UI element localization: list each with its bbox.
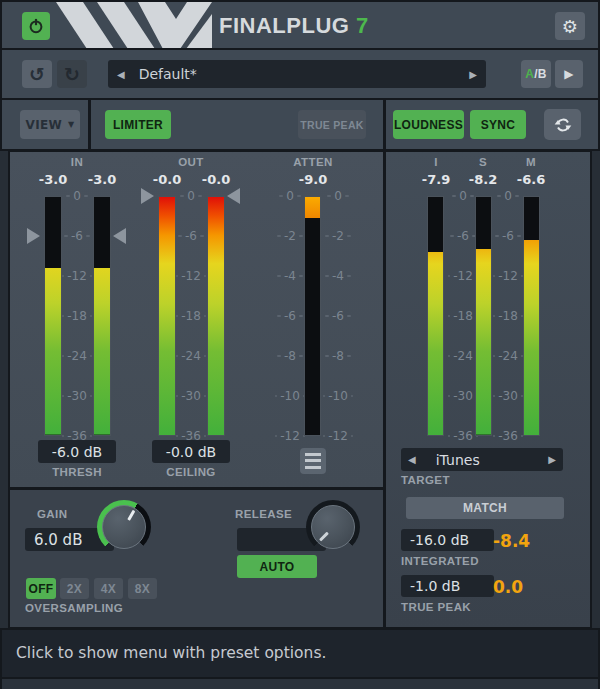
preset-selector[interactable]: ◀ Default* ▶: [108, 60, 486, 88]
redo-button[interactable]: ↻: [57, 60, 87, 88]
integrated-label: INTEGRATED: [401, 555, 479, 567]
out-meter-label: OUT: [161, 156, 221, 168]
bottom-strip: [2, 679, 598, 689]
thresh-value-field[interactable]: -6.0 dB: [38, 440, 116, 463]
sync-arrows-icon: [553, 115, 573, 135]
integrated-readout: -8.4: [493, 531, 530, 551]
oversampling-off-button[interactable]: OFF: [26, 578, 56, 599]
release-auto-toggle[interactable]: AUTO: [237, 555, 317, 578]
in-meter-scale: 0-6-12-18-24-30-36: [62, 189, 92, 443]
atten-menu-button[interactable]: [300, 448, 326, 474]
undo-button[interactable]: ↺: [22, 60, 52, 88]
loudness-label: LOUDNESS: [394, 118, 463, 132]
divider: [383, 100, 386, 149]
preset-next-icon[interactable]: ▶: [469, 69, 477, 80]
gain-label: GAIN: [37, 508, 67, 520]
auto-label: AUTO: [260, 560, 295, 574]
ceiling-value-field[interactable]: -0.0 dB: [152, 440, 230, 463]
true-peak-field-label: TRUE PEAK: [401, 601, 471, 613]
true-peak-label: TRUE PEAK: [300, 119, 363, 131]
true-peak-readout: 0.0: [493, 577, 523, 597]
lufs-i-label: I: [416, 156, 456, 168]
view-label: VIEW: [26, 118, 62, 132]
target-value: iTunes: [436, 452, 480, 468]
power-icon: [26, 16, 46, 36]
divider: [88, 100, 91, 149]
limiter-label: LIMITER: [113, 118, 163, 132]
lufs-s-value: -8.2: [458, 172, 508, 187]
settings-button[interactable]: ⚙: [555, 12, 585, 40]
mode-bar: VIEW ▼ LIMITER TRUE PEAK LOUDNESS SYNC: [2, 100, 598, 149]
out-meter-scale: 0-6-12-18-24-30-36: [176, 189, 206, 443]
redo-icon: ↻: [64, 63, 80, 85]
target-next-icon[interactable]: ▶: [548, 454, 556, 465]
hamburger-icon: [305, 453, 321, 469]
release-knob[interactable]: [306, 500, 360, 554]
thresh-label: THRESH: [37, 466, 117, 478]
status-hint: Click to show menu with preset options.: [16, 630, 326, 677]
undo-icon: ↺: [29, 63, 45, 85]
title-bar: FINALPLUG 7 ⚙: [2, 2, 598, 48]
lufs-i-meter: [427, 196, 444, 436]
out-right-meter: [207, 196, 225, 436]
loudness-toggle[interactable]: LOUDNESS: [393, 110, 464, 139]
oversampling-label: OVERSAMPLING: [25, 602, 123, 614]
target-prev-icon[interactable]: ◀: [408, 454, 416, 465]
brand-logo: [56, 2, 212, 49]
in-right-value: -3.0: [77, 172, 127, 187]
lufs-i-value: -7.9: [411, 172, 461, 187]
status-bar: Click to show menu with preset options.: [2, 630, 598, 677]
sync-toggle[interactable]: SYNC: [470, 110, 526, 139]
plugin-window: FINALPLUG 7 ⚙ ↺ ↻ ◀ Default* ▶ A/B ▶ VIE…: [0, 0, 600, 689]
oversampling-2x-button[interactable]: 2X: [60, 578, 89, 599]
atten-scale-left: 0-2-4-6-8-10-12: [275, 189, 305, 443]
caret-down-icon: ▼: [68, 120, 74, 129]
target-label: TARGET: [401, 474, 450, 486]
true-peak-target-field[interactable]: -1.0 dB: [401, 575, 494, 597]
plugin-title: FINALPLUG 7: [219, 13, 369, 39]
in-left-meter: [44, 196, 62, 436]
ab-compare-button[interactable]: A/B: [521, 60, 551, 88]
match-button[interactable]: MATCH: [406, 497, 564, 519]
preset-bar: ↺ ↻ ◀ Default* ▶ A/B ▶: [2, 50, 598, 98]
out-left-value: -0.0: [142, 172, 192, 187]
out-left-meter: [158, 196, 176, 436]
ab-a-label: A: [525, 67, 534, 81]
lufs-s-label: S: [463, 156, 503, 168]
ceiling-marker-left-icon[interactable]: [141, 188, 154, 204]
ceiling-marker-right-icon[interactable]: [227, 188, 240, 204]
true-peak-toggle[interactable]: TRUE PEAK: [298, 110, 366, 139]
out-right-value: -0.0: [191, 172, 241, 187]
release-label: RELEASE: [235, 508, 292, 520]
ab-b-label: /B: [534, 67, 547, 81]
lufs-s-meter: [475, 196, 492, 436]
atten-value: -9.0: [288, 172, 338, 187]
lufs-m-label: M: [511, 156, 551, 168]
threshold-marker-left-icon[interactable]: [27, 228, 40, 244]
play-icon: ▶: [564, 67, 574, 81]
threshold-marker-right-icon[interactable]: [113, 228, 126, 244]
atten-meter: [304, 196, 321, 436]
power-button[interactable]: [22, 12, 50, 40]
lufs-scale-left: 0-6-12-18-24-30-36: [448, 189, 478, 443]
target-selector[interactable]: ◀ iTunes ▶: [401, 448, 563, 471]
preset-name: Default*: [139, 66, 197, 82]
oversampling-4x-button[interactable]: 4X: [94, 578, 123, 599]
atten-meter-label: ATTEN: [283, 156, 343, 168]
in-left-value: -3.0: [28, 172, 78, 187]
gain-knob[interactable]: [97, 500, 151, 554]
resync-button[interactable]: [544, 109, 581, 140]
plugin-version: 7: [356, 13, 369, 38]
play-preset-button[interactable]: ▶: [555, 60, 583, 88]
atten-scale-right: 0-2-4-6-8-10-12: [323, 189, 353, 443]
preset-prev-icon[interactable]: ◀: [117, 69, 125, 80]
in-meter-label: IN: [47, 156, 107, 168]
lufs-scale-right: 0-6-12-18-24-30-36: [493, 189, 523, 443]
in-right-meter: [93, 196, 111, 436]
view-menu-button[interactable]: VIEW ▼: [20, 110, 80, 139]
integrated-target-field[interactable]: -16.0 dB: [401, 529, 494, 551]
oversampling-8x-button[interactable]: 8X: [128, 578, 157, 599]
limiter-toggle[interactable]: LIMITER: [105, 110, 171, 139]
lufs-m-value: -6.6: [506, 172, 556, 187]
lufs-m-meter: [523, 196, 540, 436]
